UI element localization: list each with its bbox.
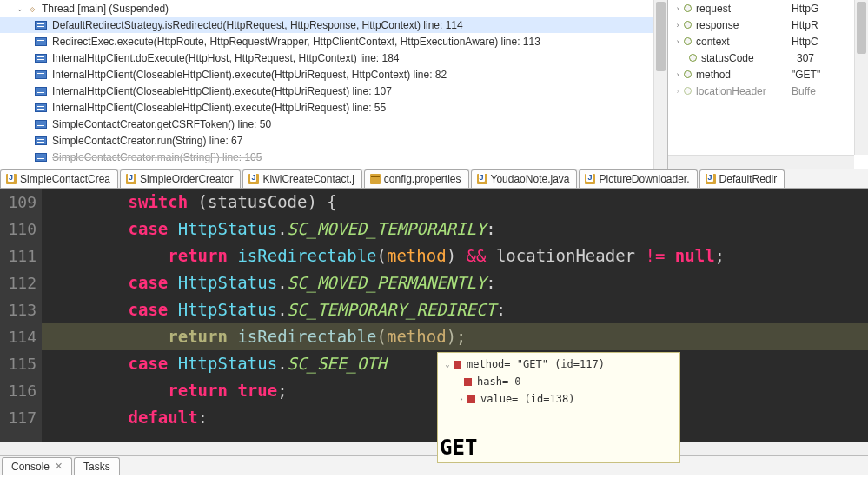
stack-frame-icon [35,21,47,30]
chevron-right-icon[interactable]: › [457,395,466,403]
variable-icon [684,21,692,29]
variable-row[interactable]: › locationHeader Buffe [668,83,868,99]
top-split: ⌄ ⟐ Thread [main] (Suspended) DefaultRed… [0,0,868,169]
stack-frame-icon [35,153,47,162]
stack-frame-icon [35,54,47,63]
properties-file-icon [370,174,381,184]
stack-frame-icon [35,70,47,79]
editor-tab[interactable]: PictureDownloader. [579,169,697,188]
close-icon[interactable]: ✕ [55,461,63,472]
stack-frame-icon [35,120,47,129]
variable-icon [684,70,692,78]
variable-row[interactable]: › response HttpR [668,17,868,33]
field-icon [464,378,472,386]
variable-row[interactable]: › context HttpC [668,33,868,50]
stack-frame-icon [35,87,47,96]
java-file-icon [477,174,487,184]
java-file-icon [6,174,17,184]
editor-tabstrip: SimpleContactCrea SimpleOrderCreator Kiw… [0,169,868,189]
tasks-tab[interactable]: Tasks [74,457,120,475]
console-tab[interactable]: Console✕ [2,457,72,475]
hover-detail-value: GET [433,434,674,460]
variable-row[interactable]: › request HttpG [668,0,868,17]
chevron-down-icon[interactable]: ⌄ [16,4,24,13]
java-file-icon [585,174,595,184]
variable-row[interactable]: statusCode 307 [668,50,868,66]
scrollbar-horizontal[interactable] [668,155,854,169]
thread-icon: ⟐ [26,3,38,15]
editor-tab[interactable]: KiwiCreateContact.j [242,169,361,188]
chevron-right-icon[interactable]: › [673,37,682,46]
editor-tab[interactable]: SimpleContactCrea [0,169,118,188]
variable-icon [684,4,692,12]
stack-frame-icon [35,37,47,46]
stack-frame[interactable]: InternalHttpClient.doExecute(HttpHost, H… [0,50,667,66]
stack-frame[interactable]: DefaultRedirectStrategy.isRedirected(Htt… [0,17,667,33]
scrollbar-vertical[interactable] [854,0,868,155]
variable-icon [684,37,692,45]
variable-icon [684,87,692,95]
stack-frame[interactable]: SimpleContactCreator.main(String[]) line… [0,149,667,165]
stack-frame[interactable]: SimpleContactCreator.getCSRFToken() line… [0,116,667,132]
gutter: 109110111 112113114 115116117 [0,189,42,442]
editor-tab[interactable]: SimpleOrderCreator [120,169,241,188]
editor-tab[interactable]: DefaultRedir [699,169,785,188]
scrollbar-vertical[interactable] [653,0,667,169]
variable-hover-popup[interactable]: ⌄method= "GET" (id=117) hash= 0 ›value= … [437,352,680,463]
field-icon [467,395,475,403]
variable-icon [689,54,697,62]
editor-tab[interactable]: config.properties [364,169,469,188]
chevron-right-icon[interactable]: › [673,70,682,79]
bottom-panel [0,475,868,485]
stack-frame-icon [35,103,47,112]
field-icon [454,361,461,369]
variable-row[interactable]: › method "GET" [668,66,868,83]
code-editor[interactable]: 109110111 112113114 115116117 switch (st… [0,189,868,442]
chevron-right-icon[interactable]: › [673,4,682,13]
java-file-icon [126,174,136,184]
variables-panel[interactable]: › request HttpG › response HttpR › conte… [668,0,868,169]
java-file-icon [248,174,259,184]
stack-frame[interactable]: SimpleContactCreator.run(String) line: 6… [0,132,667,149]
debug-stack-panel[interactable]: ⌄ ⟐ Thread [main] (Suspended) DefaultRed… [0,0,668,169]
java-file-icon [706,174,716,184]
thread-row[interactable]: ⌄ ⟐ Thread [main] (Suspended) [0,0,667,17]
editor-tab[interactable]: YoudaoNote.java [471,169,578,188]
stack-frame-icon [35,136,47,145]
stack-frame[interactable]: InternalHttpClient(CloseableHttpClient).… [0,83,667,99]
chevron-down-icon[interactable]: ⌄ [443,360,452,369]
stack-frame[interactable]: InternalHttpClient(CloseableHttpClient).… [0,99,667,116]
chevron-right-icon[interactable]: › [673,21,682,30]
stack-frame[interactable]: RedirectExec.execute(HttpRoute, HttpRequ… [0,33,667,50]
stack-frame[interactable]: InternalHttpClient(CloseableHttpClient).… [0,66,667,83]
code-content[interactable]: switch (statusCode) { case HttpStatus.SC… [42,189,868,442]
thread-label: Thread [main] (Suspended) [42,3,169,15]
chevron-right-icon[interactable]: › [673,87,682,96]
